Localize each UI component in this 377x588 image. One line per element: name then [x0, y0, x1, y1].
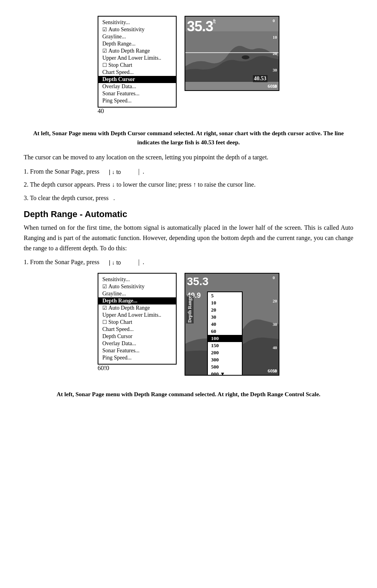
menu-top-footer: 40: [98, 108, 177, 115]
section-para: When turned on for the first time, the b…: [24, 223, 353, 253]
menu-b-item-sensitivity[interactable]: Sensitivity...: [98, 276, 176, 283]
menu-item-upper-lower[interactable]: Upper And Lower Limits..: [98, 55, 176, 62]
step1: 1. From the Sonar Page, press | ↓ to | .: [24, 166, 353, 177]
bottom-step1-keys: | ↓ to: [109, 258, 121, 267]
menu-b-item-chart-speed[interactable]: Chart Speed...: [98, 326, 176, 333]
menu-b-item-upper-lower[interactable]: Upper And Lower Limits..: [98, 312, 176, 319]
range-item-40[interactable]: 40: [208, 321, 242, 328]
step1-keys: | ↓ to: [109, 168, 121, 176]
figure-bottom-caption: At left, Sonar Page menu with Depth Rang…: [24, 390, 353, 399]
range-item-200[interactable]: 200: [208, 349, 242, 356]
pipe2: |: [138, 168, 139, 175]
arrow-down-icon: ↓: [112, 168, 115, 176]
menu-b-item-ping-speed[interactable]: Ping Speed...: [98, 354, 176, 361]
page-content: Sensitivity... Auto Sensitivity Grayline…: [24, 16, 353, 399]
pipe3: |: [109, 258, 111, 267]
menu-item-stop-chart[interactable]: Stop Chart: [98, 62, 176, 69]
range-item-5[interactable]: 5: [208, 292, 242, 299]
menu-item-sensitivity[interactable]: Sensitivity...: [98, 19, 176, 26]
menu-b-item-depth-range[interactable]: Depth Range...: [98, 297, 176, 304]
menu-b-item-depth-cursor[interactable]: Depth Cursor: [98, 333, 176, 340]
menu-top-left: Sensitivity... Auto Sensitivity Grayline…: [98, 16, 177, 108]
range-item-60[interactable]: 60: [208, 328, 242, 335]
sonar-footer: 60!0: [185, 83, 279, 89]
arrow-down-icon-3: ↓: [112, 258, 115, 267]
range-item-000[interactable]: 000 ▼: [208, 371, 242, 376]
range-scale-list: 5 10 20 30 40 60 100 150 200 300 500 000…: [207, 291, 243, 376]
sonar-depth-value: 35.3ft: [187, 18, 215, 35]
menu-b-item-auto-depth-range[interactable]: Auto Depth Range: [98, 304, 176, 312]
pipe4: |: [138, 259, 139, 265]
menu-item-depth-cursor[interactable]: Depth Cursor: [98, 76, 176, 83]
depth-range-scale-right: 0 20 30 40 50: [273, 274, 277, 375]
step2: 2. The depth cursor appears. Press ↓ to …: [24, 180, 353, 190]
menu-bottom-footer: 60!0: [98, 365, 177, 372]
menu-bottom-left: Sensitivity... Auto Sensitivity Grayline…: [98, 273, 177, 365]
range-item-300[interactable]: 300: [208, 356, 242, 363]
step3: 3. To clear the depth cursor, press .: [24, 193, 353, 203]
menu-item-overlay-data[interactable]: Overlay Data...: [98, 83, 176, 90]
menu-b-item-stop-chart[interactable]: Stop Chart: [98, 319, 176, 326]
depth-range-scale-wrapper: 35.349.9 5 10 20 30 40 60 100 150 200 30…: [185, 273, 279, 384]
sonar-top-display: 35.3ft 0 10 20 30 50 40.53 60!0: [185, 16, 279, 91]
sonar-scale-right: 0 10 20 30 50: [273, 17, 277, 90]
arrow-down-icon-2: ↓: [112, 181, 115, 188]
figure-bottom: Sensitivity... Auto Sensitivity Grayline…: [24, 273, 353, 384]
step1-label: 1. From the Sonar Page, press: [24, 168, 100, 175]
menu-b-item-sonar-features[interactable]: Sonar Features...: [98, 347, 176, 354]
sonar-terrain-svg: [185, 31, 279, 82]
bottom-step1-to: to: [116, 258, 121, 267]
bottom-step1: 1. From the Sonar Page, press | ↓ to | .: [24, 257, 353, 267]
arrow-up-icon: ↑: [193, 181, 196, 188]
menu-left-wrapper: Sensitivity... Auto Sensitivity Grayline…: [98, 16, 177, 123]
range-item-500[interactable]: 500: [208, 363, 242, 371]
bottom-step1-label: 1. From the Sonar Page, press: [24, 259, 100, 265]
menu-b-item-grayline[interactable]: Grayline...: [98, 290, 176, 297]
range-item-30[interactable]: 30: [208, 314, 242, 321]
menu-item-depth-range[interactable]: Depth Range...: [98, 40, 176, 47]
menu-b-item-auto-sensitivity[interactable]: Auto Sensitivity: [98, 283, 176, 290]
depth-range-scale: 35.349.9 5 10 20 30 40 60 100 150 200 30…: [185, 273, 279, 376]
menu-item-auto-depth-range[interactable]: Auto Depth Range: [98, 47, 176, 55]
depth-range-label: Depth Range: [186, 295, 194, 323]
range-item-150[interactable]: 150: [208, 342, 242, 349]
svg-point-2: [242, 55, 250, 59]
section-heading: Depth Range - Automatic: [24, 209, 353, 219]
figure-top: Sensitivity... Auto Sensitivity Grayline…: [24, 16, 353, 123]
menu-item-sonar-features[interactable]: Sonar Features...: [98, 90, 176, 97]
body-para1: The cursor can be moved to any location …: [24, 152, 353, 163]
range-item-20[interactable]: 20: [208, 306, 242, 314]
menu-item-chart-speed[interactable]: Chart Speed...: [98, 69, 176, 76]
menu-item-ping-speed[interactable]: Ping Speed...: [98, 97, 176, 104]
menu-item-auto-sensitivity[interactable]: Auto Sensitivity: [98, 26, 176, 33]
step1-to: to: [116, 168, 121, 176]
sonar-ft: ft: [213, 18, 215, 25]
menu-bottom-left-wrapper: Sensitivity... Auto Sensitivity Grayline…: [98, 273, 177, 384]
range-item-10[interactable]: 10: [208, 299, 242, 306]
figure-top-caption: At left, Sonar Page menu with Depth Curs…: [24, 129, 353, 147]
range-item-100[interactable]: 100: [208, 335, 242, 342]
sonar-bottom-value: 40.53: [253, 75, 268, 82]
pipe1: |: [109, 168, 111, 176]
menu-b-item-overlay-data[interactable]: Overlay Data...: [98, 340, 176, 347]
sonar-top-wrapper: 35.3ft 0 10 20 30 50 40.53 60!0: [185, 16, 279, 123]
menu-item-grayline[interactable]: Grayline...: [98, 33, 176, 40]
